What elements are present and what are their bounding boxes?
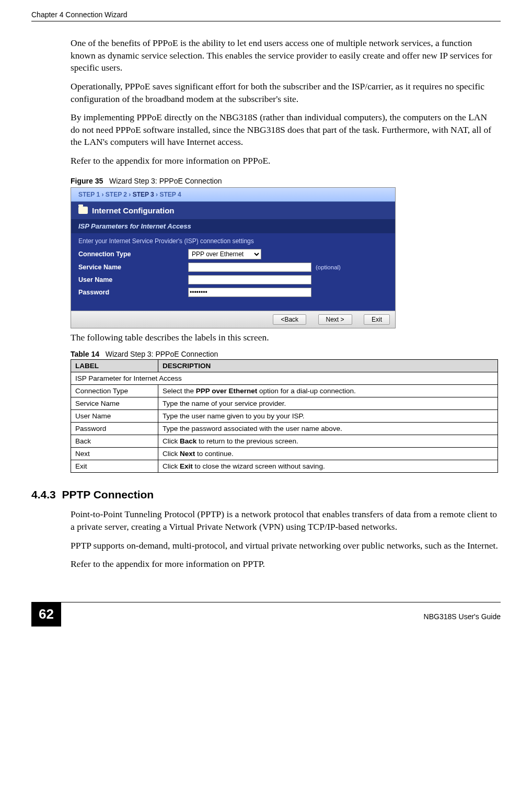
exit-button[interactable]: Exit bbox=[364, 314, 390, 325]
section-title: PPTP Connection bbox=[62, 488, 154, 500]
cell-label: Connection Type bbox=[71, 385, 158, 397]
cell-desc: Click Next to continue. bbox=[158, 448, 498, 460]
paragraph: One of the benefits of PPPoE is the abil… bbox=[71, 37, 498, 74]
optional-label: (optional) bbox=[316, 264, 341, 270]
label-connection-type: Connection Type bbox=[78, 251, 188, 258]
section-number: 4.4.3 bbox=[31, 488, 56, 500]
step-4: STEP 4 bbox=[159, 191, 181, 198]
paragraph: Point-to-Point Tunneling Protocol (PPTP)… bbox=[71, 508, 498, 533]
wizard-title: Internet Configuration bbox=[92, 206, 175, 215]
cell-label: Next bbox=[71, 448, 158, 460]
cell-desc: Select the PPP over Ethernet option for … bbox=[158, 385, 498, 397]
step-3-active: STEP 3 bbox=[133, 191, 154, 198]
figure-title: Wizard Step 3: PPPoE Connection bbox=[109, 177, 222, 185]
table-row: Next Click Next to continue. bbox=[71, 448, 498, 460]
description-table: LABEL DESCRIPTION ISP Parameter for Inte… bbox=[71, 359, 498, 473]
table-row: Connection Type Select the PPP over Ethe… bbox=[71, 385, 498, 397]
figure-number: Figure 35 bbox=[71, 177, 103, 185]
page-number: 62 bbox=[31, 602, 61, 627]
back-button[interactable]: <Back bbox=[273, 314, 306, 325]
section-heading: 4.4.3 PPTP Connection bbox=[31, 488, 501, 501]
wizard-form: Enter your Internet Service Provider's (… bbox=[71, 233, 395, 311]
page-header: Chapter 4 Connection Wizard bbox=[31, 10, 501, 21]
cell-label: Exit bbox=[71, 460, 158, 473]
footer-guide: NBG318S User's Guide bbox=[424, 608, 501, 621]
table-title: Wizard Step 3: PPPoE Connection bbox=[106, 350, 218, 358]
paragraph: Refer to the appendix for more informati… bbox=[71, 558, 498, 571]
paragraph: The following table describes the labels… bbox=[71, 332, 498, 344]
folder-icon bbox=[78, 207, 88, 214]
wizard-steps: STEP 1 › STEP 2 › STEP 3 › STEP 4 bbox=[71, 188, 395, 202]
label-user-name: User Name bbox=[78, 276, 188, 283]
cell-desc: Type the name of your service provider. bbox=[158, 397, 498, 410]
header-chapter: Chapter 4 Connection Wizard bbox=[31, 10, 128, 19]
label-password: Password bbox=[78, 289, 188, 296]
table-span-row: ISP Parameter for Internet Access bbox=[71, 372, 498, 385]
paragraph: Refer to the appendix for more informati… bbox=[71, 155, 498, 167]
figure-caption: Figure 35 Wizard Step 3: PPPoE Connectio… bbox=[71, 177, 498, 185]
table-caption: Table 14 Wizard Step 3: PPPoE Connection bbox=[71, 350, 498, 358]
password-input[interactable] bbox=[188, 288, 311, 297]
page-footer: 62 NBG318S User's Guide bbox=[31, 602, 501, 627]
wizard-screenshot: STEP 1 › STEP 2 › STEP 3 › STEP 4 Intern… bbox=[71, 187, 396, 328]
table-row: User Name Type the user name given to yo… bbox=[71, 410, 498, 423]
cell-desc: Type the user name given to you by your … bbox=[158, 410, 498, 423]
paragraph: Operationally, PPPoE saves significant e… bbox=[71, 81, 498, 105]
cell-label: User Name bbox=[71, 410, 158, 423]
connection-type-select[interactable]: PPP over Ethernet bbox=[188, 249, 261, 259]
paragraph: PPTP supports on-demand, multi-protocol,… bbox=[71, 540, 498, 552]
table-row: Exit Click Exit to close the wizard scre… bbox=[71, 460, 498, 473]
cell-desc: Type the password associated with the us… bbox=[158, 423, 498, 435]
wizard-button-bar: <Back Next > Exit bbox=[71, 311, 395, 328]
table-number: Table 14 bbox=[71, 350, 99, 358]
paragraph: By implementing PPPoE directly on the NB… bbox=[71, 111, 498, 149]
table-row: Back Click Back to return to the previou… bbox=[71, 435, 498, 448]
service-name-input[interactable] bbox=[188, 263, 311, 272]
table-row: Service Name Type the name of your servi… bbox=[71, 397, 498, 410]
wizard-hint: Enter your Internet Service Provider's (… bbox=[78, 237, 388, 245]
label-service-name: Service Name bbox=[78, 264, 188, 271]
table-row: Password Type the password associated wi… bbox=[71, 423, 498, 435]
th-description: DESCRIPTION bbox=[158, 360, 498, 372]
wizard-subhead: ISP Parameters for Internet Access bbox=[71, 219, 395, 233]
wizard-title-row: Internet Configuration bbox=[71, 202, 395, 219]
cell-label: Back bbox=[71, 435, 158, 448]
cell-desc: Click Back to return to the previous scr… bbox=[158, 435, 498, 448]
step-2: STEP 2 bbox=[106, 191, 127, 198]
user-name-input[interactable] bbox=[188, 275, 311, 284]
next-button[interactable]: Next > bbox=[318, 314, 352, 325]
cell-label: Service Name bbox=[71, 397, 158, 410]
th-label: LABEL bbox=[71, 360, 158, 372]
step-1: STEP 1 bbox=[78, 191, 100, 198]
cell-desc: Click Exit to close the wizard screen wi… bbox=[158, 460, 498, 473]
cell-label: Password bbox=[71, 423, 158, 435]
